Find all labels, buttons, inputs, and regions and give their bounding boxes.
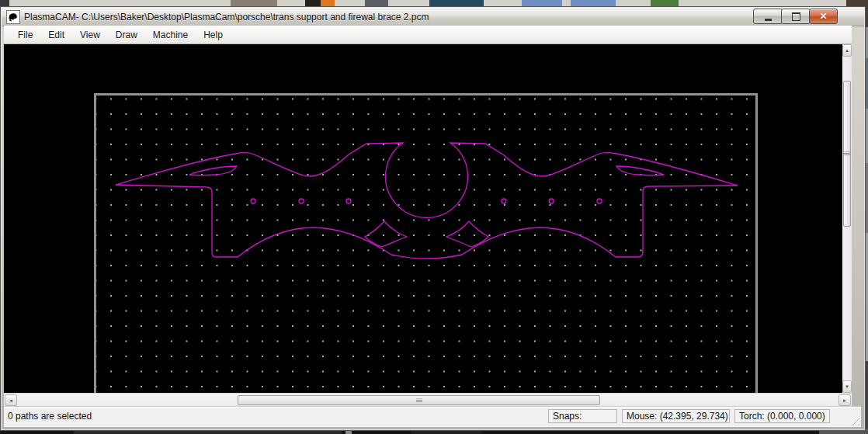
scrollbar-grip-icon	[844, 152, 850, 156]
scroll-down-icon: ▼	[845, 384, 849, 389]
bolt-hole-path[interactable]	[549, 199, 554, 203]
menu-draw[interactable]: Draw	[108, 27, 145, 43]
scroll-up-icon: ▲	[845, 48, 849, 53]
vertical-scrollbar-thumb[interactable]	[843, 81, 851, 227]
horizontal-scrollbar-thumb[interactable]	[238, 395, 600, 405]
title-bar[interactable]: PlasmaCAM- C:\Users\Baker\Desktop\Plasma…	[2, 8, 864, 26]
bolt-hole-path[interactable]	[502, 199, 506, 203]
scroll-left-icon: ◄	[9, 398, 13, 403]
drawing-canvas[interactable]	[4, 44, 842, 393]
bolt-hole-path[interactable]	[251, 199, 255, 203]
plasmacam-logo-icon	[6, 10, 20, 24]
status-bar: 0 paths are selected Snaps: Mouse: (42.3…	[4, 406, 861, 427]
part-slot-right-path[interactable]	[616, 166, 664, 175]
maximize-button[interactable]	[781, 9, 811, 24]
mouse-coordinates-panel: Mouse: (42.395, 29.734)	[622, 409, 730, 423]
menu-edit[interactable]: Edit	[40, 27, 72, 43]
bolt-hole-path[interactable]	[597, 199, 602, 203]
scroll-right-icon: ►	[842, 398, 847, 403]
menu-machine[interactable]: Machine	[145, 27, 196, 43]
scroll-up-button[interactable]: ▲	[842, 44, 852, 57]
close-button[interactable]: ✕	[809, 9, 838, 24]
horizontal-scrollbar[interactable]: ◄ ►	[4, 393, 852, 406]
mouse-coordinates: Mouse: (42.395, 29.734)	[627, 411, 728, 422]
bolt-hole-path[interactable]	[299, 199, 304, 203]
plasmacam-window: PlasmaCAM- C:\Users\Baker\Desktop\Plasma…	[0, 6, 866, 431]
part-slot-left-path[interactable]	[189, 166, 237, 175]
torch-coordinates: Torch: (0.000, 0.000)	[739, 411, 825, 422]
menu-bar: File Edit View Draw Machine Help	[4, 26, 852, 44]
menu-view[interactable]: View	[72, 27, 108, 43]
scroll-right-button[interactable]: ►	[838, 394, 851, 406]
snaps-panel: Snaps:	[548, 409, 617, 423]
close-icon: ✕	[819, 12, 827, 21]
minimize-icon	[765, 19, 772, 21]
scroll-left-button[interactable]: ◄	[5, 394, 17, 406]
resize-grip[interactable]	[849, 415, 859, 425]
window-title: PlasmaCAM- C:\Users\Baker\Desktop\Plasma…	[24, 12, 429, 23]
menu-file[interactable]: File	[10, 27, 40, 43]
part-drawing	[4, 44, 842, 393]
part-paths	[116, 143, 738, 259]
part-holes	[251, 199, 602, 203]
bolt-hole-path[interactable]	[346, 199, 351, 203]
part-outline-path[interactable]	[116, 143, 738, 259]
snaps-label: Snaps:	[553, 411, 582, 422]
torch-coordinates-panel: Torch: (0.000, 0.000)	[734, 409, 830, 423]
maximize-icon	[792, 12, 800, 21]
selection-status: 0 paths are selected	[8, 411, 92, 422]
scroll-down-button[interactable]: ▼	[842, 380, 852, 393]
minimize-button[interactable]	[753, 9, 783, 24]
desktop-screen: { "window": { "title": "PlasmaCAM- C:\\U…	[0, 0, 868, 434]
menu-help[interactable]: Help	[196, 27, 231, 43]
vertical-scrollbar[interactable]: ▲ ▼	[842, 44, 852, 393]
scrollbar-grip-icon	[416, 398, 422, 402]
